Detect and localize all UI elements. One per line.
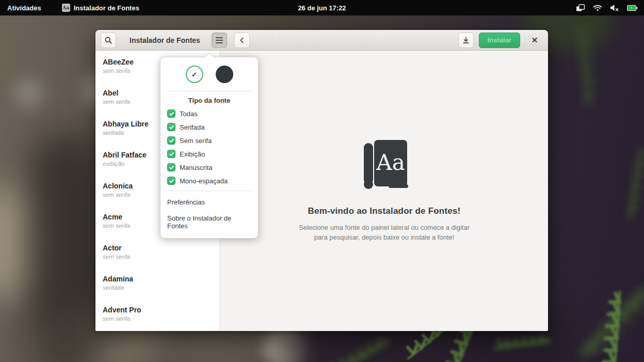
font-book-icon: Aa (358, 139, 411, 193)
header-bar: Instalador de Fontes Instalar ✕ (95, 30, 548, 51)
font-installer-window: Instalador de Fontes Instalar ✕ (95, 30, 548, 331)
dark-theme-button[interactable] (216, 66, 233, 83)
filter-handwriting[interactable]: Manuscrita (160, 161, 258, 174)
font-list-item[interactable]: Adamina serifada (103, 275, 220, 306)
checkbox-checked-icon[interactable] (167, 150, 175, 158)
book-icon-label: Aa (376, 150, 405, 175)
back-button[interactable] (234, 33, 250, 48)
filter-all[interactable]: Todas (160, 107, 258, 120)
checkbox-checked-icon[interactable] (167, 177, 175, 185)
activities-button[interactable]: Atividades (7, 4, 41, 12)
download-icon (462, 36, 470, 44)
hamburger-icon (216, 37, 223, 38)
app-icon: Aa (62, 4, 70, 12)
font-name: Adamina (103, 275, 220, 283)
welcome-pane: Aa Bem-vindo ao Instalador de Fontes! Se… (220, 51, 548, 330)
workspaces-icon[interactable] (576, 4, 585, 12)
window-title: Instalador de Fontes (130, 36, 200, 44)
filter-label: Serifada (180, 123, 204, 131)
main-menu-popover: ✓ Tipo da fonte Todas Serifada Sem serif… (160, 57, 259, 239)
filter-monospace[interactable]: Mono-espaçada (160, 174, 258, 187)
search-button[interactable] (101, 33, 116, 48)
focused-app-name: Instalador de Fontes (74, 4, 139, 12)
check-icon: ✓ (191, 71, 197, 78)
filter-sans-serif[interactable]: Sem serifa (160, 134, 258, 147)
font-list-item[interactable]: Actor sem serifa (103, 244, 220, 275)
theme-selector: ✓ (160, 57, 258, 91)
checkbox-checked-icon[interactable] (167, 109, 175, 118)
filter-display[interactable]: Exibição (160, 147, 258, 161)
filter-label: Sem serifa (180, 137, 212, 145)
filter-serif[interactable]: Serifada (160, 120, 258, 134)
checkbox-checked-icon[interactable] (167, 123, 175, 131)
font-list-item[interactable]: Advent Pro sem serifa (103, 306, 220, 331)
top-bar: Atividades Aa Instalador de Fontes 26 de… (0, 0, 644, 15)
font-category: sem serifa (103, 254, 220, 260)
battery-charging-icon[interactable] (627, 5, 638, 11)
font-category: sem serifa (103, 316, 220, 322)
welcome-subtitle: Selecione uma fonte do painel lateral ou… (299, 223, 470, 243)
filter-label: Mono-espaçada (180, 177, 228, 185)
welcome-title: Bem-vindo ao Instalador de Fontes! (308, 206, 461, 216)
download-button[interactable] (458, 33, 474, 48)
menu-item-about[interactable]: Sobre o Instalador de Fontes (160, 210, 258, 234)
close-window-button[interactable]: ✕ (528, 34, 541, 46)
chevron-left-icon (238, 36, 246, 44)
checkbox-checked-icon[interactable] (167, 163, 175, 171)
font-category: serifada (103, 285, 220, 291)
light-theme-button[interactable]: ✓ (186, 66, 203, 83)
close-icon: ✕ (532, 36, 538, 45)
search-icon (104, 36, 112, 44)
menu-button[interactable] (212, 33, 227, 48)
filter-label: Exibição (180, 150, 205, 158)
checkbox-checked-icon[interactable] (167, 136, 175, 145)
volume-muted-icon[interactable] (610, 4, 619, 11)
font-type-section-title: Tipo da fonte (160, 91, 258, 107)
font-name: Actor (103, 244, 220, 252)
menu-item-preferences[interactable]: Preferências (160, 194, 258, 210)
focused-app-indicator[interactable]: Aa Instalador de Fontes (62, 4, 139, 12)
filter-label: Manuscrita (180, 164, 213, 171)
install-button[interactable]: Instalar (479, 33, 520, 48)
filter-label: Todas (180, 110, 198, 118)
font-name: Advent Pro (103, 306, 220, 314)
wifi-icon[interactable] (593, 4, 602, 11)
clock[interactable]: 26 de jun 17:22 (298, 4, 346, 12)
